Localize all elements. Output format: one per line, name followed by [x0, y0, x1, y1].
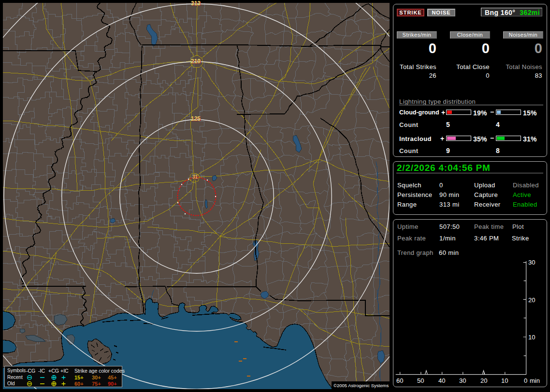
- svg-text:40: 40: [438, 377, 445, 384]
- svg-text:0: 0: [524, 377, 527, 384]
- svg-text:219: 219: [191, 58, 201, 65]
- svg-text:20: 20: [528, 296, 535, 304]
- svg-text:50: 50: [417, 377, 424, 384]
- svg-text:313: 313: [191, 0, 201, 7]
- svg-text:10: 10: [501, 377, 508, 384]
- svg-text:10: 10: [528, 334, 535, 341]
- svg-text:60: 60: [396, 377, 403, 384]
- svg-text:30: 30: [528, 259, 535, 266]
- svg-text:30: 30: [459, 377, 466, 384]
- svg-text:20: 20: [480, 377, 487, 384]
- svg-text:min: min: [530, 377, 540, 384]
- svg-text:31: 31: [192, 174, 198, 180]
- svg-text:125: 125: [191, 115, 201, 122]
